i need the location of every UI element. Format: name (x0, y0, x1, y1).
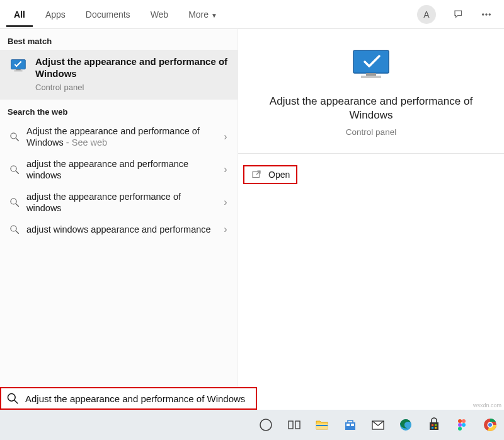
svg-point-12 (11, 226, 16, 231)
svg-rect-30 (430, 422, 438, 430)
search-icon (9, 197, 20, 208)
svg-rect-34 (435, 427, 437, 429)
edge-icon[interactable] (392, 410, 420, 440)
svg-point-20 (260, 419, 272, 431)
tab-more-label: More (188, 9, 209, 20)
svg-point-8 (11, 166, 16, 171)
control-panel-large-icon (348, 48, 394, 83)
svg-rect-22 (295, 421, 300, 429)
svg-point-10 (11, 199, 16, 204)
search-icon (9, 164, 20, 175)
search-icon (9, 224, 20, 235)
web-suggestion-item[interactable]: adjust the appearance and performance wi… (0, 153, 238, 186)
svg-rect-16 (361, 76, 381, 78)
best-match-header: Best match (0, 29, 238, 50)
search-input[interactable] (25, 393, 251, 404)
watermark: wsxdn.com (473, 402, 501, 408)
preview-subtitle: Control panel (346, 127, 396, 137)
svg-point-1 (486, 13, 487, 14)
open-icon (251, 169, 262, 180)
task-view-icon[interactable] (280, 410, 307, 440)
results-list: Best match Adjust the appearance and per… (0, 29, 238, 410)
store-bag-icon[interactable] (420, 410, 448, 440)
svg-point-38 (462, 423, 466, 427)
web-suggestion-text: Adjust the appearance and performance of… (26, 125, 212, 148)
mail-icon[interactable] (364, 410, 392, 440)
preview-title: Adjust the appearance and performance of… (238, 95, 504, 122)
svg-rect-4 (16, 69, 21, 71)
tab-more[interactable]: More▼ (181, 2, 225, 27)
chevron-right-icon[interactable]: › (219, 224, 232, 235)
control-panel-icon (9, 56, 28, 75)
svg-point-18 (8, 394, 16, 402)
svg-rect-15 (366, 73, 376, 76)
more-options-icon[interactable] (478, 6, 495, 23)
svg-rect-27 (351, 424, 354, 426)
web-suggestion-text: adjust the appearance performance of win… (26, 191, 212, 214)
web-suggestion-item[interactable]: Adjust the appearance and performance of… (0, 120, 238, 153)
svg-rect-14 (353, 50, 389, 73)
preview-pane: Adjust the appearance and performance of… (238, 29, 504, 410)
svg-line-13 (16, 231, 19, 234)
chrome-icon[interactable] (476, 410, 504, 440)
search-filter-tabs: All Apps Documents Web More▼ A (0, 0, 504, 29)
svg-point-2 (489, 13, 490, 14)
svg-rect-24 (316, 425, 328, 426)
chevron-right-icon[interactable]: › (219, 197, 232, 208)
svg-rect-5 (14, 71, 22, 72)
web-suggestion-text: adjust windows appearance and performanc… (26, 224, 212, 235)
search-web-header: Search the web (0, 100, 238, 120)
svg-rect-33 (432, 427, 433, 429)
svg-rect-31 (432, 424, 433, 426)
svg-rect-23 (316, 424, 328, 429)
best-match-item[interactable]: Adjust the appearance and performance of… (0, 50, 238, 100)
search-box[interactable] (1, 388, 256, 408)
svg-line-11 (16, 204, 19, 207)
svg-point-39 (458, 427, 462, 431)
svg-point-35 (458, 419, 462, 423)
microsoft-store-icon[interactable] (336, 410, 364, 440)
tab-all[interactable]: All (6, 2, 33, 27)
svg-rect-26 (346, 424, 350, 426)
svg-rect-32 (435, 424, 437, 426)
svg-line-9 (16, 171, 19, 174)
open-button[interactable]: Open (243, 165, 297, 184)
user-avatar[interactable]: A (417, 5, 436, 24)
web-suggestion-item[interactable]: adjust the appearance performance of win… (0, 186, 238, 219)
figma-icon[interactable] (448, 410, 476, 440)
web-suggestion-text: adjust the appearance and performance wi… (26, 158, 212, 181)
svg-rect-21 (289, 421, 293, 429)
file-explorer-icon[interactable] (308, 410, 336, 440)
svg-point-6 (11, 133, 16, 139)
taskbar (0, 410, 504, 440)
web-suggestion-item[interactable]: adjust windows appearance and performanc… (0, 219, 238, 240)
search-icon (9, 131, 20, 142)
chevron-right-icon[interactable]: › (219, 164, 232, 175)
open-label: Open (268, 170, 290, 180)
search-icon (6, 392, 19, 405)
tab-documents[interactable]: Documents (78, 2, 138, 27)
svg-point-42 (488, 423, 492, 427)
feedback-icon[interactable] (450, 6, 467, 23)
best-match-subtitle: Control panel (35, 83, 229, 92)
tab-web[interactable]: Web (143, 2, 176, 27)
svg-point-36 (462, 419, 466, 423)
caret-down-icon: ▼ (211, 12, 217, 19)
search-results-area: Best match Adjust the appearance and per… (0, 29, 504, 410)
svg-point-37 (458, 423, 462, 427)
best-match-title: Adjust the appearance and performance of… (35, 56, 229, 80)
tab-apps[interactable]: Apps (38, 2, 73, 27)
cortana-icon[interactable] (252, 410, 280, 440)
svg-line-19 (14, 400, 18, 403)
svg-point-0 (483, 13, 484, 14)
chevron-right-icon[interactable]: › (219, 131, 232, 142)
svg-line-7 (16, 138, 19, 141)
divider (238, 153, 504, 154)
search-box-highlight (0, 387, 257, 410)
